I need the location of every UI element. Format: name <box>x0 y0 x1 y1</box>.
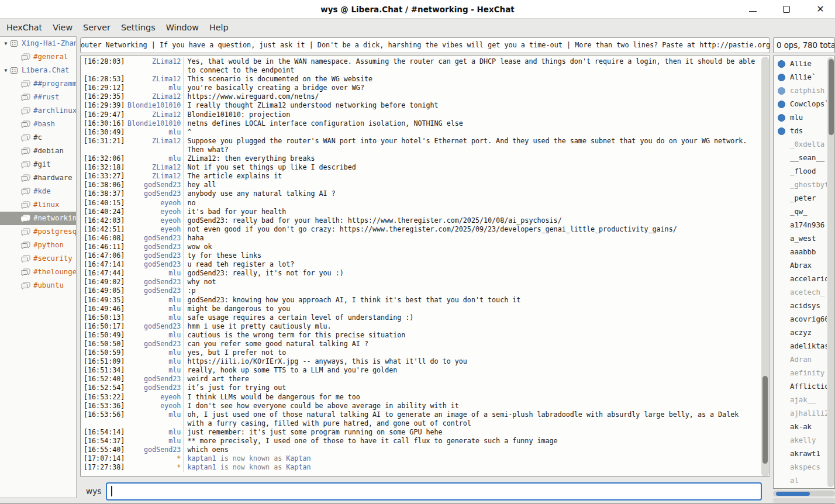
channel-item--general[interactable]: #general <box>0 50 76 64</box>
user-item-allie-[interactable]: Allie` <box>774 71 827 84</box>
userlist-hscrollbar-track2[interactable] <box>773 498 835 503</box>
user-item-tds[interactable]: tds <box>774 125 827 138</box>
userlist-scrollbar[interactable] <box>827 57 834 487</box>
titlebar[interactable]: wys @ Libera.Chat / #networking - HexCha… <box>0 0 835 19</box>
channel-item--hardware[interactable]: #hardware <box>0 171 76 185</box>
menu-server[interactable]: Server <box>78 19 116 36</box>
message-text: ty for these links <box>184 251 760 260</box>
user-item-akrawt1[interactable]: akrawt1 <box>774 447 827 461</box>
user-item-adeliktas[interactable]: adeliktas <box>774 340 827 353</box>
message-nick: mlu <box>125 437 181 446</box>
menu-help[interactable]: Help <box>204 19 234 36</box>
channel-item--rust[interactable]: ##rust <box>0 91 76 104</box>
user-item-aczyz[interactable]: aczyz <box>774 326 827 340</box>
message-timestamp: [16:51:09] <box>81 357 125 366</box>
user-item-akelly[interactable]: akelly <box>774 434 827 447</box>
message-text: it's bad for your health <box>184 208 760 216</box>
close-button[interactable]: ✕ <box>810 1 830 18</box>
user-item-ajhalili2[interactable]: ajhalili2 <box>774 407 827 420</box>
channel-item--linux[interactable]: #linux <box>0 198 76 212</box>
user-item-akspecs[interactable]: akspecs <box>774 461 827 474</box>
message-text: not even good if you don't go crazy: htt… <box>184 225 760 234</box>
chat-message-row: [16:32:06]mluZLima12: then everything br… <box>81 154 760 163</box>
channel-bubble-icon <box>21 215 30 223</box>
channel-item--programming[interactable]: ##programming <box>0 77 76 91</box>
channel-item--archlinux[interactable]: #archlinux <box>0 104 76 118</box>
user-item--ghostbyte[interactable]: _ghostbyte <box>774 178 827 192</box>
channel-bubble-icon <box>21 53 30 61</box>
channel-item--python[interactable]: #python <box>0 239 76 252</box>
voice-dot-icon <box>778 101 785 108</box>
user-item-catphish[interactable]: catphish <box>774 84 827 98</box>
channel-item--debian[interactable]: #debian <box>0 144 76 158</box>
userlist-hscrollbar[interactable] <box>773 491 835 496</box>
user-item-adran[interactable]: Adran <box>774 353 827 367</box>
user-name: _0xdelta <box>790 138 824 151</box>
userlist-scrollbar-thumb[interactable] <box>829 59 834 135</box>
user-item--flood[interactable]: _flood <box>774 165 827 178</box>
minimize-button[interactable] <box>743 1 762 18</box>
user-item-a-west[interactable]: a_west <box>774 232 827 246</box>
chat-scrollbar-thumb[interactable] <box>762 376 768 464</box>
user-item-cowclops-[interactable]: Cowclops` <box>774 98 827 111</box>
user-item-affliction[interactable]: Affliction <box>774 380 827 393</box>
channel-item--networking[interactable]: #networking <box>0 212 76 225</box>
channel-item--c[interactable]: #c <box>0 131 76 144</box>
channel-item--postgresql[interactable]: #postgresql <box>0 225 76 239</box>
user-item-al[interactable]: al <box>774 474 827 488</box>
user-item-mlu[interactable]: mlu <box>774 111 827 125</box>
user-item-allie[interactable]: Allie <box>774 57 827 71</box>
user-item-aaabbb[interactable]: aaabbb <box>774 246 827 259</box>
message-nick: Blondie101010 <box>125 119 181 128</box>
user-item-accelario[interactable]: accelario <box>774 272 827 286</box>
user-name: _qw_ <box>790 205 808 219</box>
user-item--peter[interactable]: _peter <box>774 192 827 205</box>
tree-expander-icon[interactable]: ▼ <box>2 64 10 77</box>
menu-window[interactable]: Window <box>161 19 204 36</box>
user-item-ak-ak[interactable]: ak-ak <box>774 420 827 434</box>
tree-expander-icon[interactable]: ▼ <box>2 37 10 50</box>
user-item-abrax[interactable]: Abrax <box>774 259 827 272</box>
user-item-a174n936[interactable]: a174n936 <box>774 219 827 232</box>
network-item-libera-chat[interactable]: ▼Libera.Chat <box>0 64 76 77</box>
message-timestamp: [16:47:14] <box>81 260 125 269</box>
message-input[interactable] <box>106 482 762 500</box>
channel-bubble-icon <box>21 268 30 277</box>
channel-item--security[interactable]: #security <box>0 252 76 265</box>
user-item-acovrig60[interactable]: acovrig60 <box>774 313 827 326</box>
message-nick: eyeoh <box>125 393 181 402</box>
message-nick: godSend23 <box>125 243 181 251</box>
topic-bar[interactable]: outer Networking | If you have a questio… <box>80 37 770 53</box>
channel-item--ubuntu[interactable]: #ubuntu <box>0 279 76 292</box>
user-item--qw-[interactable]: _qw_ <box>774 205 827 219</box>
message-timestamp: [16:31:21] <box>81 137 125 154</box>
message-text: https://iili.io/KOrIErX.jpg -- anyways, … <box>184 357 760 366</box>
menu-settings[interactable]: Settings <box>116 19 161 36</box>
chat-message-row: [16:51:34]mlureally, hook up some TTS to… <box>81 366 760 375</box>
message-timestamp: [16:30:16] <box>81 119 125 128</box>
network-item-xing-hai-zhang[interactable]: ▼Xing-Hai-Zhang <box>0 37 76 50</box>
channel-item--bash[interactable]: #bash <box>0 118 76 131</box>
channel-item--thelounge[interactable]: #thelounge <box>0 265 76 279</box>
menu-view[interactable]: View <box>47 19 78 36</box>
user-item-acidsys[interactable]: acidsys <box>774 299 827 313</box>
user-item--sean-[interactable]: __sean__ <box>774 151 827 165</box>
chat-scrollbar[interactable] <box>761 57 769 477</box>
channel-item--git[interactable]: #git <box>0 158 76 171</box>
user-item--0xdelta[interactable]: _0xdelta <box>774 138 827 151</box>
chat-message-row: [16:52:54]godSend23it’s just for trying … <box>81 384 760 392</box>
maximize-button[interactable] <box>777 1 796 18</box>
user-item-acetech-[interactable]: acetech_ <box>774 286 827 299</box>
menu-hexchat[interactable]: HexChat <box>1 19 47 36</box>
user-name: Allie <box>790 57 812 71</box>
user-name: aefinity <box>790 367 824 380</box>
tree-item-label: #git <box>33 158 51 171</box>
user-item-ajak-[interactable]: ajak__ <box>774 393 827 407</box>
user-item-aefinity[interactable]: aefinity <box>774 367 827 380</box>
channel-item--kde[interactable]: #kde <box>0 185 76 198</box>
userlist-hscrollbar-thumb[interactable] <box>776 492 810 496</box>
tree-item-label: #postgresql <box>33 225 76 239</box>
chat-message-row: [16:53:22]eyeohI think LLMs would be dan… <box>81 393 760 402</box>
chat-log: [16:28:03]ZLima12Yes, that would be in t… <box>81 57 760 472</box>
channel-bubble-icon <box>21 107 30 115</box>
